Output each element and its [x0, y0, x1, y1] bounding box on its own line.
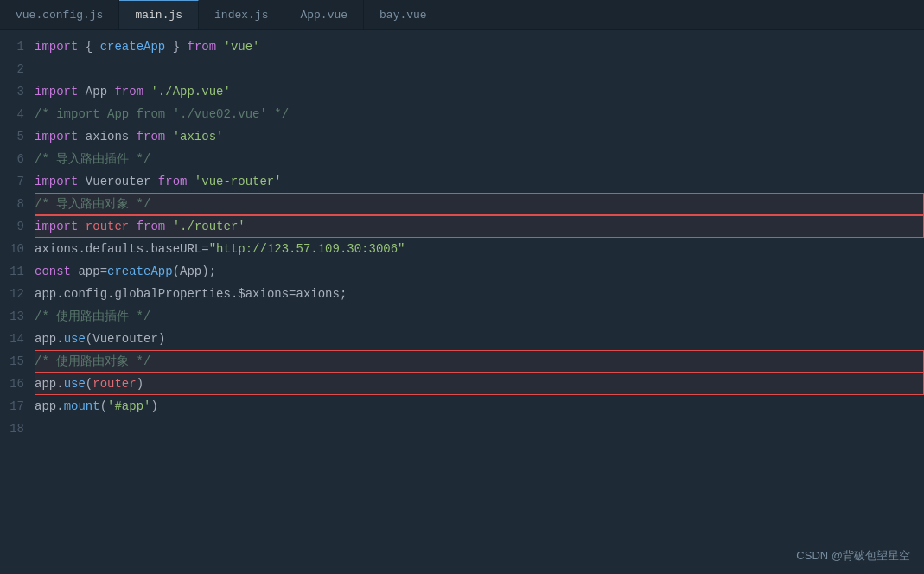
- line-num-8: 8: [7, 193, 24, 215]
- line-num-5: 5: [7, 125, 24, 148]
- line-num-17: 17: [7, 395, 24, 418]
- line-num-7: 7: [7, 170, 24, 193]
- code-line-7: import Vuerouter from 'vue-router': [35, 170, 924, 193]
- code-line-18: [35, 418, 924, 440]
- line-num-3: 3: [7, 80, 24, 103]
- code-line-11: const app=createApp(App);: [35, 260, 924, 283]
- line-num-14: 14: [7, 328, 24, 350]
- code-line-15: /* 使用路由对象 */: [35, 350, 924, 373]
- code-line-1: import { createApp } from 'vue': [35, 35, 924, 58]
- line-num-15: 15: [7, 350, 24, 373]
- line-num-2: 2: [7, 58, 24, 80]
- code-line-13: /* 使用路由插件 */: [35, 305, 924, 328]
- code-line-2: [35, 58, 924, 80]
- code-line-9: import router from './router': [35, 215, 924, 238]
- tab-bay-vue[interactable]: bay.vue: [364, 0, 443, 29]
- code-line-14: app.use(Vuerouter): [35, 328, 924, 350]
- code-line-4: /* import App from './vue02.vue' */: [35, 103, 924, 125]
- code-line-3: import App from './App.vue': [35, 80, 924, 103]
- tab-index-js[interactable]: index.js: [199, 0, 284, 29]
- line-num-1: 1: [7, 35, 24, 58]
- line-num-4: 4: [7, 103, 24, 125]
- line-num-18: 18: [7, 418, 24, 440]
- line-num-16: 16: [7, 373, 24, 395]
- line-num-12: 12: [7, 283, 24, 305]
- code-line-10: axions.defaults.baseURL="http://123.57.1…: [35, 238, 924, 260]
- line-num-10: 10: [7, 238, 24, 260]
- tab-bar: vue.config.js main.js index.js App.vue b…: [0, 0, 924, 30]
- code-area: 1 2 3 4 5 6 7 8 9 10 11 12 13 14 15 16 1…: [0, 30, 924, 574]
- line-num-9: 9: [7, 215, 24, 238]
- watermark: CSDN @背破包望星空: [796, 548, 910, 564]
- code-line-17: app.mount('#app'): [35, 395, 924, 418]
- code-line-5: import axions from 'axios': [35, 125, 924, 148]
- line-num-13: 13: [7, 305, 24, 328]
- code-line-6: /* 导入路由插件 */: [35, 148, 924, 170]
- line-num-11: 11: [7, 260, 24, 283]
- code-line-16: app.use(router): [35, 373, 924, 395]
- code-lines: import { createApp } from 'vue' import A…: [31, 35, 924, 574]
- line-num-6: 6: [7, 148, 24, 170]
- tab-vue-config[interactable]: vue.config.js: [0, 0, 119, 29]
- tab-app-vue[interactable]: App.vue: [284, 0, 364, 29]
- line-numbers: 1 2 3 4 5 6 7 8 9 10 11 12 13 14 15 16 1…: [0, 35, 31, 574]
- tab-main-js[interactable]: main.js: [119, 0, 199, 29]
- code-line-12: app.config.globalProperties.$axions=axio…: [35, 283, 924, 305]
- code-line-8: /* 导入路由对象 */: [35, 193, 924, 215]
